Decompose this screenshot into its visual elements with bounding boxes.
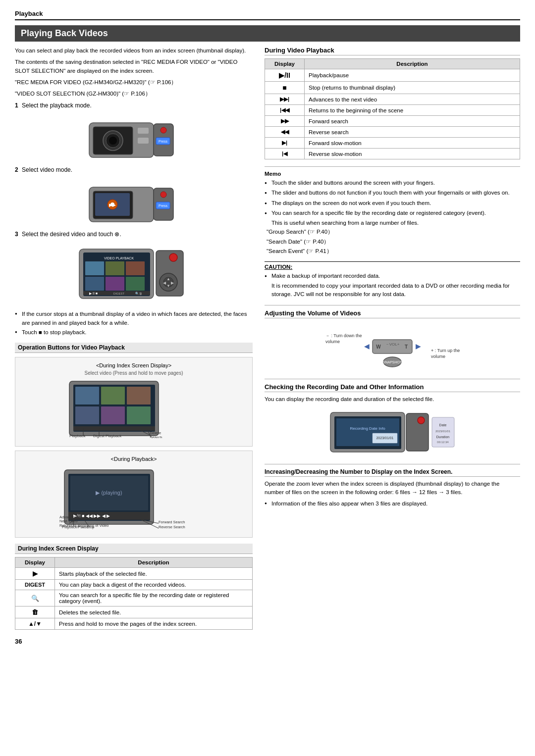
svg-text:SNAPSHOT: SNAPSHOT [383,360,402,364]
page: Playback Playing Back Videos You can sel… [0,0,535,655]
playback-diagram-svg: ▶ (playing) ▶/II ■ ◀◀ ▶▶ ◀ ▶ Returns to … [59,465,208,529]
svg-text:Reverse Search: Reverse Search [159,525,185,529]
page-header: Playback [15,10,520,20]
svg-text:Delete: Delete [150,431,161,435]
index-diagram-svg-wrap: Playback Digest Playback Delete Search [20,379,247,438]
svg-text:◀: ◀ [163,281,166,285]
desc-cell: Reverse slow-motion [305,149,520,159]
svg-rect-50 [73,426,155,431]
recording-date-image: Recording Date Info 2023/01/01 Date 2023… [265,407,520,457]
right-column: During Video Playback Display Descriptio… [265,47,520,645]
index-screen-diagram: <During Index Screen Display> Select vid… [15,357,253,447]
increasing-decreasing-bullet: Information of the files also appear whe… [265,500,520,508]
volume-svg: － : Turn down the volume W T －VOL+ ◀ ▶ [323,322,462,372]
diagram-index-label: <During Index Screen Display> [20,362,247,368]
diagram-playback-label: <During Playback> [20,456,247,462]
svg-rect-49 [127,406,151,424]
svg-text:Digest Playback: Digest Playback [93,434,122,438]
svg-rect-28 [106,277,124,291]
svg-text:W: W [376,344,381,350]
svg-text:2023/01/01: 2023/01/01 [435,430,451,433]
bullet-stop: Touch ■ to stop playback. [15,328,253,337]
svg-text:▶: ▶ [416,342,421,350]
during-index-title: During Index Screen Display [15,544,253,554]
memo-box: Memo Touch the slider and buttons around… [265,166,520,256]
desc-cell: You can play back a digest of the record… [55,580,253,590]
diagram-index-sub: Select video (Press and hold to move pag… [20,370,247,376]
desc-cell: Returns to the beginning of the scene [305,105,520,116]
display-cell: 🔍 [15,590,55,606]
desc-cell: Reverse search [305,127,520,138]
desc-cell: You can search for a specific file by th… [55,590,253,606]
svg-text:－VOL+: －VOL+ [385,342,400,347]
step2-label: 2 Select video mode. [15,166,253,173]
table-row: ◀◀ Reverse search [265,127,520,138]
during-index-col-display: Display [15,557,55,568]
checking-recording-title: Checking the Recording Date and Other In… [265,383,520,392]
svg-point-16 [110,202,114,206]
svg-text:volume: volume [431,354,445,359]
svg-text:00:12:34: 00:12:34 [437,441,449,444]
desc-cell: Stop (returns to thumbnail display) [305,82,520,94]
desc-cell: Starts playback of the selected file. [55,568,253,580]
display-cell: ▶▶| [265,94,305,105]
step3-text: Select the desired video and touch ⊗. [22,231,121,238]
svg-rect-44 [75,387,99,404]
svg-rect-47 [75,406,99,424]
intro-para1: You can select and play back the recorde… [15,47,253,55]
page-number: 36 [15,638,253,645]
bullet-faces: If the cursor stops at a thumbnail displ… [15,310,253,327]
camera-svg-3: VIDEO PLAYBACK ▶ II ■ DIGEST 🔍 🗑 [74,242,193,306]
table-row: DIGEST You can play back a digest of the… [15,580,253,590]
svg-text:Next Video: Next Video [59,519,78,523]
operation-buttons-title: Operation Buttons for Video Playback [15,343,253,353]
during-video-playback-section: During Video Playback Display Descriptio… [265,47,520,159]
increasing-decreasing-text: Operate the zoom lever when the index sc… [265,480,520,497]
svg-text:Forward Search: Forward Search [159,520,185,524]
intro-para3: "REC MEDIA FOR VIDEO (GZ-HM340/GZ-HM320)… [15,78,253,87]
adjusting-volume-section: Adjusting the Volume of Videos － : Turn … [265,305,520,372]
table-row: ▶| Forward slow-motion [265,138,520,149]
svg-text:Date: Date [439,423,447,427]
svg-text:▼: ▼ [166,284,170,288]
svg-text:◀: ◀ [364,342,370,350]
video-col-display: Display [265,59,305,69]
display-cell: ▶ [15,568,55,580]
caution-title: CAUTION: [265,264,520,270]
svg-point-20 [160,192,166,198]
svg-text:DIGEST: DIGEST [113,292,125,295]
display-cell: ▲/▼ [15,618,55,630]
camera-svg-2: ▶▶ Press [79,177,188,227]
display-cell: DIGEST [15,580,55,590]
table-row: ▲/▼ Press and hold to move the pages of … [15,618,253,630]
svg-text:▲: ▲ [166,277,170,281]
display-cell: |◀ [265,149,305,159]
camera-svg-1: Press [79,113,188,162]
caution-sub-1: It is recommended to copy your important… [265,282,520,299]
table-row: 🔍 You can search for a specific file by … [15,590,253,606]
svg-rect-25 [106,261,124,275]
table-row: ▶▶ Forward search [265,116,520,127]
step3-label: 3 Select the desired video and touch ⊗. [15,231,253,238]
section-title: Playing Back Videos [15,25,520,42]
search-ref-3: "Search Event" (☞ P.41） [265,247,520,256]
memo-title: Memo [265,171,520,177]
video-col-description: Description [305,59,520,69]
step2-text: Select video mode. [22,166,72,173]
checking-recording-text: You can display the recording date and d… [265,395,520,403]
svg-text:Duration: Duration [436,435,450,439]
svg-rect-46 [127,387,151,404]
adjusting-volume-title: Adjusting the Volume of Videos [265,309,520,318]
index-diagram-svg: Playback Digest Playback Delete Search [64,379,203,438]
camera-image-1: Press [15,113,253,162]
svg-text:+ : Turn up the: + : Turn up the [431,348,460,353]
svg-text:T: T [405,344,408,350]
checking-recording-section: Checking the Recording Date and Other In… [265,379,520,457]
memo-item-1: Touch the slider and buttons around the … [265,179,520,187]
during-video-playback-table: Display Description ▶/II Playback/pause … [265,58,520,159]
playback-diagram-svg-wrap: ▶ (playing) ▶/II ■ ◀◀ ▶▶ ◀ ▶ Returns to … [20,465,247,529]
search-ref-1: "Group Search" (☞ P.40） [265,227,520,237]
camera-image-3: VIDEO PLAYBACK ▶ II ■ DIGEST 🔍 🗑 [15,242,253,306]
table-row: |◀◀ Returns to the beginning of the scen… [265,105,520,116]
desc-cell: Deletes the selected file. [55,606,253,618]
